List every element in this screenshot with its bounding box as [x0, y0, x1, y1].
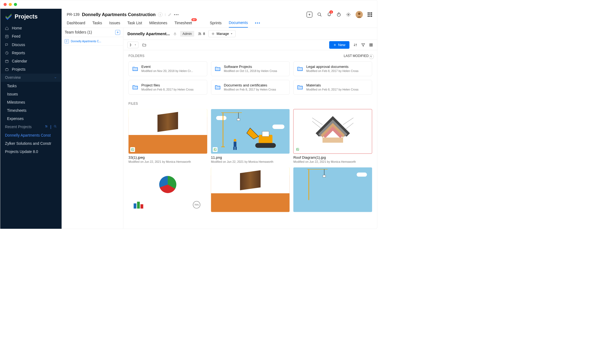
folder-name: Legal approval documents [306, 65, 368, 69]
tab-tasklist[interactable]: Task List [127, 19, 142, 27]
stopwatch-icon[interactable] [336, 12, 341, 17]
overview-item-milestones[interactable]: Milestones [0, 98, 62, 106]
folder-name: Project files [141, 83, 203, 87]
file-card[interactable]: 33(1).jpeg Modified on Jun 22, 2021 by M… [128, 109, 207, 164]
search-icon[interactable] [54, 125, 57, 128]
recent-projects-header: Recent Projects | [0, 123, 62, 131]
recent-project-update[interactable]: Projects Update 8.0 [0, 148, 62, 156]
folder-icon[interactable] [142, 43, 146, 47]
folder-meta: Modified on Feb 8, 2017 by Helen Cross [141, 88, 203, 92]
info-icon[interactable]: i [369, 54, 374, 59]
image-type-icon [295, 147, 300, 152]
apps-grid-icon[interactable] [368, 12, 372, 17]
file-card[interactable]: Roof Diagram(1).jpg Modified on Jun 22, … [293, 109, 372, 164]
more-tabs-icon[interactable] [255, 22, 260, 23]
window-titlebar [0, 0, 377, 9]
svg-point-14 [318, 13, 320, 16]
file-card[interactable] [293, 167, 372, 212]
file-card[interactable]: 70% [128, 167, 207, 212]
folder-card[interactable]: Software ProjectsModified on Oct 11, 201… [211, 61, 290, 76]
app-logo[interactable]: Projects [0, 9, 62, 24]
folder-card[interactable]: Legal approval documentsModified on Feb … [293, 61, 372, 76]
add-button[interactable]: + [307, 12, 312, 17]
sidebar-item-discuss[interactable]: Discuss [0, 41, 62, 49]
folder-icon [297, 66, 303, 71]
tree-view-button[interactable] [127, 42, 138, 48]
team-folders-label: Team folders (1) [65, 30, 92, 34]
overview-item-timesheets[interactable]: Timesheets [0, 107, 62, 115]
tab-milestones[interactable]: Milestones [149, 19, 167, 27]
sidebar-item-reports[interactable]: Reports [0, 49, 62, 57]
svg-line-58 [343, 118, 353, 125]
tab-timesheet[interactable]: Timesheet99+ [175, 19, 192, 27]
team-folder-name: Donnelly Apartments C... [71, 40, 101, 43]
add-team-folder-button[interactable]: + [115, 30, 120, 35]
tab-issues[interactable]: Issues [109, 19, 120, 27]
folder-card[interactable]: MaterialsModified on Feb 8, 2017 by Hele… [293, 80, 372, 95]
svg-point-61 [297, 149, 298, 149]
folder-card[interactable]: EventModified on Nov 20, 2018 by Helen C… [128, 61, 207, 76]
svg-rect-37 [371, 45, 372, 46]
team-folders-panel: Team folders (1) + Donnelly Apartments C… [62, 28, 123, 229]
team-folder-item[interactable]: Donnelly Apartments C... [62, 37, 123, 46]
overview-section-header[interactable]: Overview [0, 74, 62, 82]
tab-sprints[interactable]: Sprints [210, 19, 221, 27]
chevron-down-icon [134, 44, 136, 46]
overview-item-issues[interactable]: Issues [0, 90, 62, 98]
sidebar-item-feed[interactable]: Feed [0, 32, 62, 41]
svg-rect-53 [214, 148, 216, 151]
sliders-icon[interactable] [45, 125, 48, 128]
recent-project-donnelly[interactable]: Donnelly Apartments Const [0, 131, 62, 139]
svg-rect-48 [262, 131, 269, 137]
svg-line-13 [56, 127, 56, 128]
edit-icon[interactable] [168, 13, 172, 17]
folder-card[interactable]: Documents and certificatesModified on Fe… [211, 80, 290, 95]
folder-name: Event [141, 65, 203, 69]
app-name: Projects [14, 13, 37, 20]
notification-badge: 9 [329, 10, 333, 13]
close-window-button[interactable] [4, 3, 7, 6]
tab-tasks[interactable]: Tasks [92, 19, 102, 27]
info-icon[interactable]: i [158, 12, 162, 17]
more-menu-icon[interactable] [174, 14, 179, 15]
svg-rect-60 [296, 148, 299, 151]
sidebar-item-home[interactable]: Home [0, 24, 62, 32]
file-card[interactable] [211, 167, 290, 212]
file-thumbnail [128, 109, 207, 154]
search-icon[interactable] [317, 12, 322, 17]
sidebar-item-calendar[interactable]: Calendar [0, 57, 62, 65]
tab-documents[interactable]: Documents [229, 19, 248, 28]
svg-line-59 [345, 123, 353, 130]
sort-dropdown[interactable]: LAST MODIFIED [344, 54, 372, 58]
overview-item-tasks[interactable]: Tasks [0, 82, 62, 90]
grid-view-icon[interactable] [369, 43, 373, 47]
sort-toggle-icon[interactable] [353, 43, 357, 47]
tab-dashboard[interactable]: Dashboard [67, 19, 85, 27]
svg-rect-34 [370, 43, 371, 44]
notifications-button[interactable]: 9 [327, 12, 332, 17]
image-type-icon [213, 147, 218, 152]
folder-meta: Modified on Oct 11, 2018 by Helen Cross [224, 70, 286, 73]
overview-item-expenses[interactable]: Expenses [0, 115, 62, 123]
gear-icon[interactable] [346, 12, 351, 17]
maximize-window-button[interactable] [14, 3, 17, 6]
gear-icon [211, 32, 215, 35]
chevron-down-icon [54, 76, 57, 79]
member-count[interactable]: 8 [198, 32, 205, 36]
folder-meta: Modified on Feb 8, 2017 by Helen Cross [224, 88, 286, 92]
file-card[interactable]: 11.png Modified on Jun 22, 2021 by Monic… [211, 109, 290, 164]
folder-card[interactable]: Project filesModified on Feb 8, 2017 by … [128, 80, 207, 95]
svg-point-23 [67, 40, 67, 41]
plus-icon [333, 43, 336, 46]
manage-button[interactable]: Manage [208, 30, 236, 37]
new-button[interactable]: New [329, 41, 349, 49]
user-avatar[interactable] [356, 11, 363, 18]
file-thumbnail [211, 109, 290, 154]
minimize-window-button[interactable] [9, 3, 12, 6]
sidebar-item-projects[interactable]: Projects [0, 65, 62, 74]
file-meta: Modified on Jun 22, 2021 by Monica Hemsw… [211, 160, 290, 164]
svg-point-19 [348, 14, 349, 15]
recent-project-zylker[interactable]: Zylker Solutions and Constr [0, 139, 62, 148]
svg-rect-24 [174, 34, 176, 35]
filter-icon[interactable] [361, 43, 365, 47]
